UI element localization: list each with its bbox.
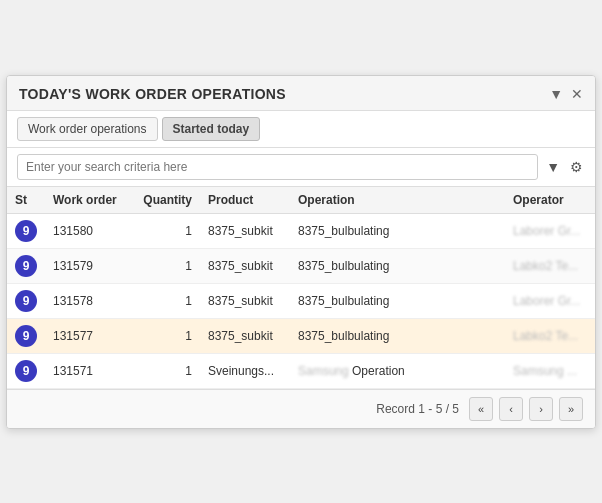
filter-icon: ▼ xyxy=(546,159,560,175)
settings-icon: ⚙ xyxy=(570,159,583,175)
work-orders-table: St Work order Quantity Product Operation xyxy=(7,187,595,389)
tab-work-order-operations[interactable]: Work order operations xyxy=(17,117,158,141)
cell-quantity: 1 xyxy=(130,213,200,248)
table-row[interactable]: 913158018375_subkit8375_bulbulatingLabor… xyxy=(7,213,595,248)
filter-icon[interactable]: ▼ xyxy=(549,86,563,102)
cell-operation: 8375_bulbulating xyxy=(290,213,505,248)
cell-status: 9 xyxy=(7,283,45,318)
cell-operator: Labko2 Te... xyxy=(505,248,595,283)
footer: Record 1 - 5 / 5 « ‹ › » xyxy=(7,389,595,428)
cell-status: 9 xyxy=(7,318,45,353)
nav-next-icon: › xyxy=(539,403,543,415)
col-header-product: Product xyxy=(200,187,290,214)
cell-operation: 8375_bulbulating xyxy=(290,318,505,353)
status-badge: 9 xyxy=(15,325,37,347)
cell-operation: Samsung Operation xyxy=(290,353,505,388)
col-header-st: St xyxy=(7,187,45,214)
cell-status: 9 xyxy=(7,353,45,388)
table-row[interactable]: 913157918375_subkit8375_bulbulatingLabko… xyxy=(7,248,595,283)
cell-quantity: 1 xyxy=(130,353,200,388)
cell-quantity: 1 xyxy=(130,283,200,318)
cell-quantity: 1 xyxy=(130,318,200,353)
cell-operation: 8375_bulbulating xyxy=(290,283,505,318)
cell-quantity: 1 xyxy=(130,248,200,283)
cell-operator: Samsung ... xyxy=(505,353,595,388)
main-window: TODAY'S WORK ORDER OPERATIONS ▼ ✕ Work o… xyxy=(6,75,596,429)
cell-status: 9 xyxy=(7,213,45,248)
title-bar: TODAY'S WORK ORDER OPERATIONS ▼ ✕ xyxy=(7,76,595,111)
cell-product: 8375_subkit xyxy=(200,318,290,353)
cell-product: 8375_subkit xyxy=(200,283,290,318)
close-icon[interactable]: ✕ xyxy=(571,86,583,102)
status-badge: 9 xyxy=(15,220,37,242)
nav-prev-button[interactable]: ‹ xyxy=(499,397,523,421)
nav-prev-icon: ‹ xyxy=(509,403,513,415)
table-wrapper: St Work order Quantity Product Operation xyxy=(7,187,595,389)
cell-work-order: 131571 xyxy=(45,353,130,388)
cell-status: 9 xyxy=(7,248,45,283)
nav-next-button[interactable]: › xyxy=(529,397,553,421)
search-row: ▼ ⚙ xyxy=(7,148,595,187)
search-input[interactable] xyxy=(17,154,538,180)
table-row[interactable]: 91315711Sveinungs...Samsung OperationSam… xyxy=(7,353,595,388)
window-title: TODAY'S WORK ORDER OPERATIONS xyxy=(19,86,286,102)
nav-first-icon: « xyxy=(478,403,484,415)
cell-work-order: 131580 xyxy=(45,213,130,248)
table-header-row: St Work order Quantity Product Operation xyxy=(7,187,595,214)
status-badge: 9 xyxy=(15,360,37,382)
nav-last-icon: » xyxy=(568,403,574,415)
cell-work-order: 131577 xyxy=(45,318,130,353)
nav-last-button[interactable]: » xyxy=(559,397,583,421)
cell-product: Sveinungs... xyxy=(200,353,290,388)
cell-work-order: 131579 xyxy=(45,248,130,283)
cell-operation: 8375_bulbulating xyxy=(290,248,505,283)
cell-work-order: 131578 xyxy=(45,283,130,318)
col-header-operator: Operator xyxy=(505,187,595,214)
status-badge: 9 xyxy=(15,255,37,277)
table-row[interactable]: 913157718375_subkit8375_bulbulatingLabko… xyxy=(7,318,595,353)
nav-first-button[interactable]: « xyxy=(469,397,493,421)
title-icons: ▼ ✕ xyxy=(549,86,583,102)
cell-operator: Labko2 Te... xyxy=(505,318,595,353)
col-header-operation: Operation xyxy=(290,187,505,214)
table-row[interactable]: 913157818375_subkit8375_bulbulatingLabor… xyxy=(7,283,595,318)
col-header-work-order: Work order xyxy=(45,187,130,214)
tab-started-today[interactable]: Started today xyxy=(162,117,261,141)
record-info: Record 1 - 5 / 5 xyxy=(376,402,459,416)
cell-operator: Laborer Gr... xyxy=(505,283,595,318)
tabs-row: Work order operations Started today xyxy=(7,111,595,148)
cell-product: 8375_subkit xyxy=(200,248,290,283)
cell-operator: Laborer Gr... xyxy=(505,213,595,248)
cell-product: 8375_subkit xyxy=(200,213,290,248)
settings-button[interactable]: ⚙ xyxy=(568,157,585,177)
col-header-quantity: Quantity xyxy=(130,187,200,214)
status-badge: 9 xyxy=(15,290,37,312)
search-filter-button[interactable]: ▼ xyxy=(544,157,562,177)
